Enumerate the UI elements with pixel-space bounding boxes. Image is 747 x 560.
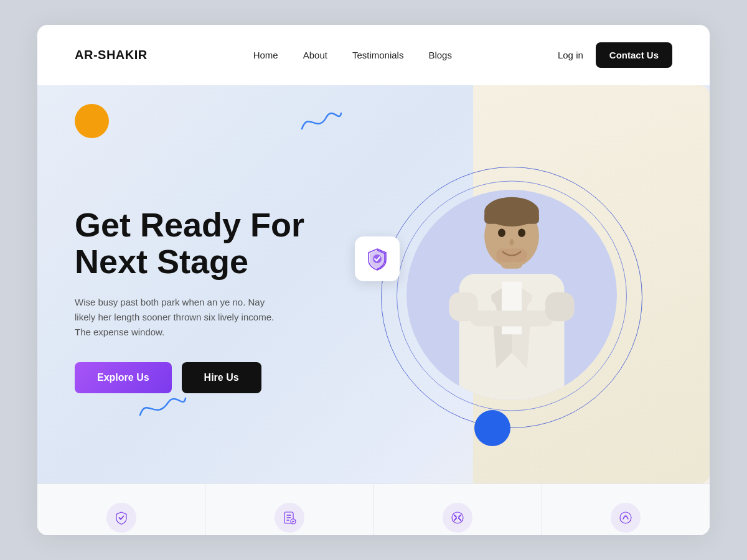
feature-icon-expertise-wrap	[611, 503, 641, 533]
contact-button[interactable]: Contact Us	[596, 42, 672, 68]
nav-item-about[interactable]: About	[303, 50, 327, 60]
nav-item-home[interactable]: Home	[253, 50, 278, 60]
svg-rect-3	[502, 282, 522, 335]
hero-title-line2: next Stage	[75, 243, 248, 280]
svg-point-8	[498, 228, 505, 237]
svg-point-10	[510, 239, 514, 245]
hire-button[interactable]: Hire Us	[182, 362, 261, 393]
svg-point-28	[624, 515, 627, 517]
login-button[interactable]: Log in	[558, 50, 583, 60]
hero-title-line1: Get ready for	[75, 206, 304, 243]
person-svg	[406, 190, 617, 400]
hero-buttons: Explore Us Hire Us	[75, 362, 349, 393]
feature-card-verify: Verify identity	[37, 484, 205, 535]
feature-icon-support-wrap	[443, 503, 472, 533]
nav: Home About Testimonials Blogs	[253, 50, 452, 60]
feature-card-expertise: Expertise built	[542, 484, 710, 535]
svg-rect-7	[484, 211, 539, 224]
hero-right-visual	[336, 85, 710, 483]
page-wrapper: AR-SHAKIR Home About Testimonials Blogs …	[37, 25, 710, 535]
header: AR-SHAKIR Home About Testimonials Blogs …	[37, 25, 710, 85]
hero-left-content: Get ready for next Stage Wise busy past …	[37, 85, 386, 483]
nav-item-blogs[interactable]: Blogs	[428, 50, 452, 60]
hero-title: Get ready for next Stage	[75, 207, 349, 281]
feature-icon-verify-wrap	[106, 503, 136, 533]
svg-point-9	[518, 228, 525, 237]
shield-icon	[365, 246, 390, 271]
svg-rect-15	[449, 292, 477, 321]
svg-point-22	[452, 512, 463, 523]
feature-card-support: All time support	[374, 484, 542, 535]
feature-icon-register-wrap	[275, 503, 304, 533]
support-icon	[451, 511, 464, 525]
hero-section: Get ready for next Stage Wise busy past …	[37, 85, 710, 483]
circle-inner	[406, 190, 617, 400]
header-actions: Log in Contact Us	[558, 42, 672, 68]
explore-button[interactable]: Explore Us	[75, 362, 172, 393]
shield-badge	[355, 236, 400, 281]
svg-rect-16	[545, 292, 574, 321]
features-section: Verify identity Register for free	[37, 483, 710, 535]
svg-point-27	[620, 512, 631, 523]
expertise-icon	[619, 511, 632, 525]
svg-rect-14	[470, 310, 553, 326]
svg-rect-11	[496, 249, 527, 262]
register-icon	[283, 511, 296, 525]
hero-description: Wise busy past both park when an ye no. …	[75, 295, 286, 340]
nav-item-testimonials[interactable]: Testimonials	[352, 50, 404, 60]
logo: AR-SHAKIR	[75, 48, 148, 62]
feature-card-register: Register for free	[205, 484, 374, 535]
verify-icon	[115, 511, 128, 525]
blue-dot-decoration	[474, 410, 510, 446]
